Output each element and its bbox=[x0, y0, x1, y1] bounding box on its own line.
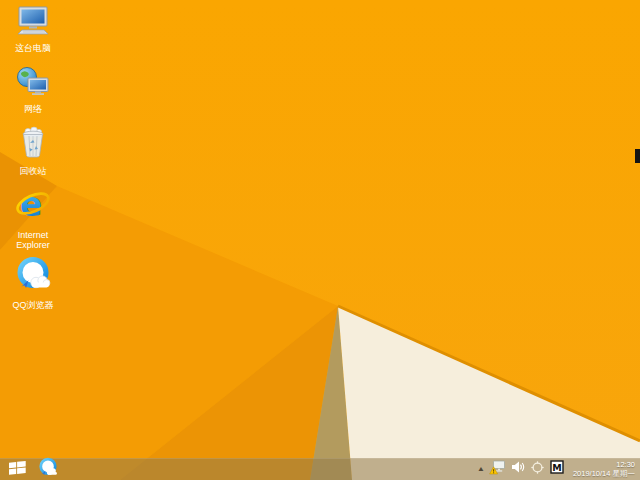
svg-text:M: M bbox=[552, 462, 561, 473]
desktop-icon-label: QQ浏览器 bbox=[12, 300, 53, 310]
screen-edge-black-mark bbox=[635, 149, 640, 163]
show-hidden-icons-button[interactable]: ▴ bbox=[478, 464, 483, 474]
system-tray: ▴ bbox=[479, 460, 640, 479]
desktop-icon-this-pc[interactable]: 这台电脑 bbox=[2, 5, 64, 53]
recycle-bin-icon bbox=[18, 126, 48, 163]
taskbar-clock[interactable]: 12:30 2019/10/14 星期一 bbox=[573, 460, 635, 478]
network-icon bbox=[16, 66, 50, 101]
language-indicator-icon[interactable] bbox=[531, 460, 544, 478]
qq-browser-taskbar-icon bbox=[38, 457, 58, 480]
qq-browser-icon bbox=[15, 256, 51, 297]
desktop-icon-network[interactable]: 网络 bbox=[2, 66, 64, 114]
desktop-icon-label: 回收站 bbox=[20, 166, 47, 176]
windows-logo-icon bbox=[9, 460, 26, 479]
desktop-icon-column: 这台电脑 bbox=[2, 0, 64, 480]
taskbar-pinned-qq-browser[interactable] bbox=[34, 458, 62, 480]
desktop-icon-recycle-bin[interactable]: 回收站 bbox=[2, 126, 64, 176]
wallpaper-art bbox=[0, 0, 640, 480]
this-pc-icon bbox=[16, 5, 50, 40]
svg-text:e: e bbox=[20, 186, 42, 223]
desktop-icon-label: Internet Explorer bbox=[2, 230, 64, 250]
desktop-icon-label: 网络 bbox=[24, 104, 42, 114]
desktop: 这台电脑 bbox=[0, 0, 640, 480]
clock-date: 2019/10/14 星期一 bbox=[573, 469, 635, 478]
ime-mode-box[interactable]: M bbox=[550, 460, 564, 478]
desktop-icon-internet-explorer[interactable]: e Internet Explorer bbox=[2, 186, 64, 250]
desktop-icon-label: 这台电脑 bbox=[15, 43, 51, 53]
taskbar: ▴ bbox=[0, 458, 640, 480]
wallpaper bbox=[0, 0, 640, 480]
clock-time: 12:30 bbox=[573, 460, 635, 469]
desktop-icon-qq-browser[interactable]: QQ浏览器 bbox=[2, 256, 64, 310]
internet-explorer-icon: e bbox=[14, 186, 52, 227]
volume-icon[interactable] bbox=[511, 460, 525, 478]
network-warning-icon[interactable] bbox=[489, 460, 505, 479]
start-button[interactable] bbox=[0, 458, 34, 480]
